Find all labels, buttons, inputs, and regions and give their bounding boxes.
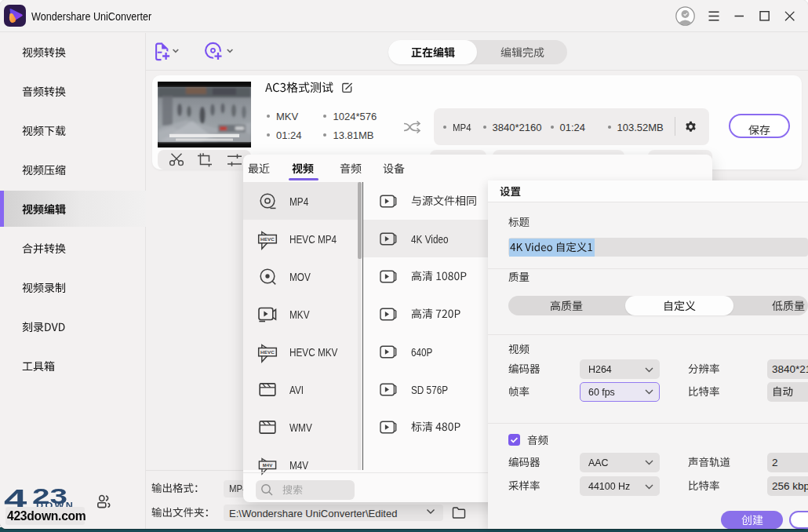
svg-text:HEVC: HEVC (260, 236, 275, 242)
svg-text:M4V: M4V (263, 463, 272, 468)
svg-text:HEVC: HEVC (260, 349, 275, 355)
